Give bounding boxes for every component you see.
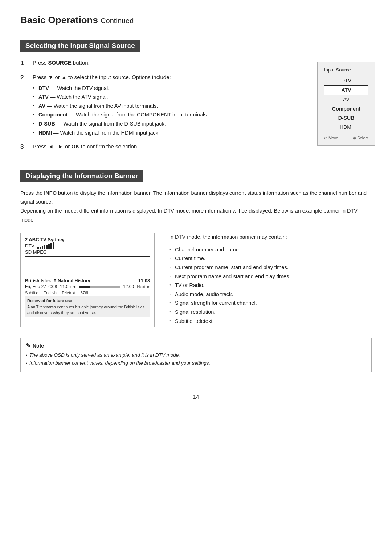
list-item: Channel number and name. [169,245,372,254]
banner-channel: 2 ABC TV Sydney [25,237,150,242]
osd-item-dsub: D-SUB [324,114,368,123]
step-3-content: Press ◄ , ► or OK to confirm the selecti… [33,142,138,151]
subtitle-lang: English [44,291,57,295]
intro-para-2: Depending on the mode, different informa… [20,206,372,224]
list-item: ATV — Watch the ATV signal. [33,93,208,102]
step-2: 2 Press ▼ or ▲ to select the input sourc… [20,73,306,138]
banner-time-start: 11:08 [138,278,150,283]
progress-bar [79,286,120,288]
osd-item-dtv: DTV [324,76,368,85]
banner-description: Alan Titchmarsh continues his epic journ… [27,304,148,316]
signal-bars [37,242,54,249]
step-1-content: Press SOURCE button. [33,58,90,67]
banner-date-row: Fri, Feb 27 2008 11:05 ◄ 12:00 Next ▶ [25,284,150,289]
note-item-2: Information banner content varies, depen… [26,359,366,367]
banner-top: 2 ABC TV Sydney DTV SD MPEG [25,237,150,257]
osd-item-hdmi: HDMI [324,123,368,132]
list-item: Subtitle, teletext. [169,317,372,326]
reserved-title: Reserved for future use [27,298,148,304]
resolution-label: 576i [81,291,88,295]
note-item-1: The above OSD is only served as an examp… [26,351,366,359]
list-item: Next program name and start and end play… [169,272,372,281]
source-options-list: DTV — Watch the DTV signal. ATV — Watch … [33,84,208,138]
step-number-2: 2 [20,73,28,82]
banner-program-title: British Isles: A Natural History [25,278,90,283]
section2-heading: Displaying the Information Banner [20,170,143,182]
dtv-info-list: Channel number and name. Current time. C… [169,245,372,326]
section2: Displaying the Information Banner Press … [20,170,372,372]
banner-bottom: British Isles: A Natural History 11:08 F… [25,278,150,317]
banner-next: Next ▶ [137,284,150,289]
list-item: Signal resolution. [169,308,372,317]
list-item: Current time. [169,254,372,263]
title-text: Basic Operations [20,15,98,25]
banner-divider [25,256,150,257]
step-number-3: 3 [20,142,28,152]
osd-item-av: AV [324,95,368,104]
list-item: Current program name, start and end play… [169,263,372,272]
banner-subtitle-row: Subtitle English Teletext 576i [25,291,150,295]
list-item: AV — Watch the signal from the AV input … [33,102,208,111]
osd-item-atv-selected: ATV [324,85,368,95]
banner-illustration: 2 ABC TV Sydney DTV SD MPEG [20,233,155,327]
banner-time-current: 11:05 ◄ [60,284,76,289]
list-item: TV or Radio. [169,281,372,290]
note-icon: ✎ [26,342,30,349]
dtv-intro: In DTV mode, the information banner may … [169,233,372,241]
list-item: Audio mode, audio track. [169,290,372,299]
progress-bar-fill [79,286,89,288]
osd-item-component: Component [324,104,368,114]
teletext-label: Teletext [62,291,75,295]
banner-dtv-row: DTV [25,242,150,249]
note-box: ✎ Note The above OSD is only served as a… [20,338,372,372]
section2-intro: Press the INFO button to display the inf… [20,189,372,225]
page-number: 14 [20,394,372,400]
banner-time-end: 12:00 [123,284,134,289]
osd-title: Input Source [324,65,368,75]
banner-program-row: British Isles: A Natural History 11:08 [25,278,150,283]
dtv-label: DTV [25,243,34,249]
intro-para-1: Press the INFO button to display the inf… [20,189,372,206]
step-number-1: 1 [20,58,28,68]
input-source-osd: Input Source DTV ATV AV Component D-SUB … [317,62,375,146]
continued-text: Continued [101,17,134,25]
section1-heading: Selecting the Input Signal Source [20,40,140,52]
osd-footer: ⊕ Move ⊕ Select [324,134,368,142]
step-2-content: Press ▼ or ▲ to select the input source.… [33,73,208,138]
list-item: Component — Watch the signal from the CO… [33,110,208,119]
list-item: D-SUB — Watch the signal from the D-SUB … [33,119,208,128]
banner-date: Fri, Feb 27 2008 [25,284,57,289]
note-label: Note [33,343,44,349]
dtv-info-col: In DTV mode, the information banner may … [169,233,372,325]
list-item: Signal strength for current channel. [169,299,372,308]
osd-move-label: ⊕ Move [324,134,338,142]
osd-select-label: ⊕ Select [353,134,368,142]
subtitle-label: Subtitle [25,291,38,295]
step-1: 1 Press SOURCE button. [20,58,306,68]
banner-reserved-block: Reserved for future use Alan Titchmarsh … [25,296,150,317]
step-3: 3 Press ◄ , ► or OK to confirm the selec… [20,142,306,152]
page-title: Basic Operations Continued [20,15,372,29]
banner-sd-mpeg: SD MPEG [25,249,150,255]
note-header: ✎ Note [26,342,366,349]
list-item: HDMI — Watch the signal from the HDMI in… [33,128,208,138]
banner-area: 2 ABC TV Sydney DTV SD MPEG [20,233,372,327]
list-item: DTV — Watch the DTV signal. [33,84,208,93]
